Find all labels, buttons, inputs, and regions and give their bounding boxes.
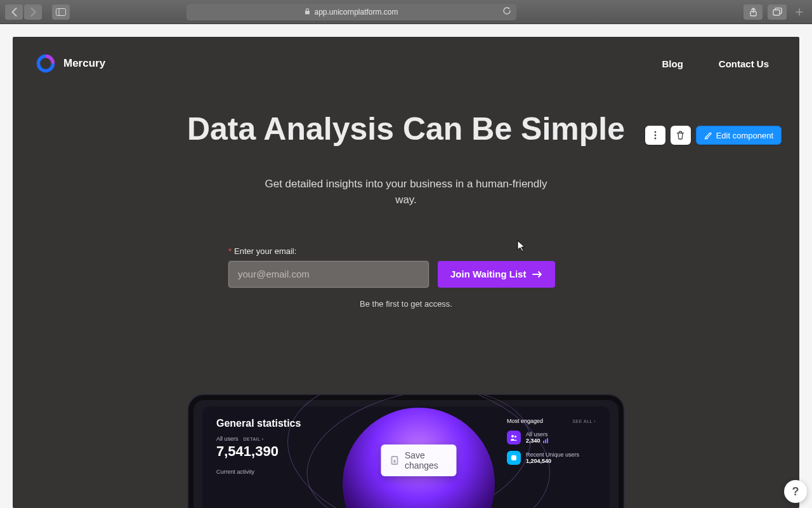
delete-component-button[interactable] <box>671 126 691 145</box>
main-nav: Blog Contact Us <box>662 58 776 69</box>
reload-icon[interactable] <box>502 6 511 17</box>
site-header: Mercury Blog Contact Us <box>13 37 799 90</box>
join-button-label: Join Waiting List <box>450 269 526 279</box>
sparkline-icon <box>543 438 548 443</box>
tabs-button[interactable] <box>768 4 787 20</box>
arrow-right-icon <box>532 271 542 278</box>
edit-component-button[interactable]: Edit component <box>696 126 782 145</box>
email-label: *Enter your email: <box>228 246 609 256</box>
form-hint: Be the first to get access. <box>203 299 609 309</box>
trash-icon <box>676 131 684 140</box>
edit-component-label: Edit component <box>716 131 773 140</box>
email-signup-form: *Enter your email: Join Waiting List Be … <box>228 246 609 309</box>
save-changes-button[interactable]: Save changes <box>381 444 457 476</box>
lock-icon <box>304 8 310 16</box>
brand-name: Mercury <box>63 57 105 70</box>
svg-point-8 <box>654 138 656 140</box>
detail-link[interactable]: DETAIL › <box>244 437 264 441</box>
svg-rect-4 <box>773 10 780 16</box>
nav-link-blog[interactable]: Blog <box>662 58 683 69</box>
website-canvas: Mercury Blog Contact Us Edit component D… <box>13 37 799 508</box>
sidebar-toggle-button[interactable] <box>52 4 70 20</box>
svg-rect-0 <box>56 8 66 15</box>
required-asterisk: * <box>228 246 232 256</box>
device-mockup: General statistics All users DETAIL › 7,… <box>187 394 625 508</box>
hero-title: Data Analysis Can Be Simple <box>165 109 647 149</box>
svg-point-7 <box>654 135 656 137</box>
email-input[interactable] <box>228 261 429 288</box>
save-changes-label: Save changes <box>405 450 447 471</box>
see-all-link[interactable]: SEE ALL › <box>572 419 596 424</box>
back-button[interactable] <box>5 4 23 20</box>
forward-button[interactable] <box>24 4 42 20</box>
more-vertical-icon <box>654 131 657 140</box>
brand-logo-icon <box>36 53 56 74</box>
join-waiting-list-button[interactable]: Join Waiting List <box>438 261 555 288</box>
viewport: Mercury Blog Contact Us Edit component D… <box>0 24 812 508</box>
save-icon <box>391 456 398 465</box>
pencil-icon <box>704 131 712 140</box>
all-users-label: All users <box>216 436 239 442</box>
component-editor-toolbar: Edit component <box>645 126 782 145</box>
share-button[interactable] <box>743 4 763 20</box>
svg-point-6 <box>654 131 656 133</box>
more-options-button[interactable] <box>645 126 665 145</box>
new-tab-button[interactable] <box>792 4 807 20</box>
globe-visual: Save changes <box>343 418 494 497</box>
svg-rect-2 <box>305 11 310 15</box>
url-text: app.unicornplatform.com <box>314 8 398 17</box>
address-bar[interactable]: app.unicornplatform.com <box>187 4 516 20</box>
help-icon: ? <box>792 485 799 498</box>
browser-toolbar: app.unicornplatform.com <box>0 0 812 24</box>
brand[interactable]: Mercury <box>36 53 105 74</box>
hero-subtitle: Get detailed insights into your business… <box>254 176 558 208</box>
help-button[interactable]: ? <box>784 480 807 503</box>
nav-link-contact[interactable]: Contact Us <box>719 58 769 69</box>
